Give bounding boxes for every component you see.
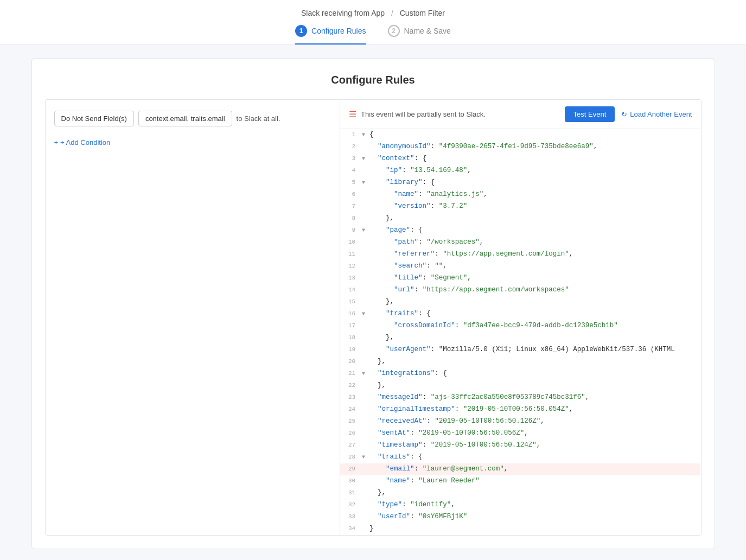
line-content: "url": "https://app.segment.com/workspac…	[369, 284, 694, 295]
add-condition-label: + Add Condition	[60, 138, 110, 147]
right-panel: ☰ This event will be partially sent to S…	[340, 100, 700, 535]
json-line: 19 "userAgent": "Mozilla/5.0 (X11; Linux…	[340, 344, 700, 356]
line-content: "path": "/workspaces",	[369, 237, 694, 247]
condition-value: context.email, traits.email	[138, 111, 232, 126]
partial-send-info: ☰ This event will be partially sent to S…	[349, 109, 486, 119]
content-area: Do Not Send Field(s) context.email, trai…	[45, 99, 702, 536]
line-number: 18	[347, 333, 362, 343]
condition-row: Do Not Send Field(s) context.email, trai…	[54, 111, 331, 126]
json-line: 22 },	[340, 380, 700, 392]
json-line: 1▼{	[340, 129, 700, 141]
left-panel: Do Not Send Field(s) context.email, trai…	[46, 100, 341, 535]
line-content: },	[369, 487, 694, 498]
line-number: 15	[347, 297, 362, 307]
line-content: "originalTimestamp": "2019-05-10T00:56:5…	[369, 404, 694, 415]
step-1[interactable]: 1 Configure Rules	[295, 25, 366, 44]
line-content: "sentAt": "2019-05-10T00:56:50.056Z",	[369, 428, 694, 438]
partial-send-text: This event will be partially sent to Sla…	[361, 110, 486, 118]
line-number: 1	[347, 130, 362, 140]
json-line: 26 "sentAt": "2019-05-10T00:56:50.056Z",	[340, 428, 700, 440]
step-2[interactable]: 2 Name & Save	[388, 25, 451, 44]
top-nav: Slack receiving from App / Custom Filter…	[0, 0, 746, 45]
line-number: 14	[347, 285, 362, 295]
line-content: },	[369, 213, 694, 224]
json-line: 13 "title": "Segment",	[340, 272, 700, 284]
line-toggle[interactable]: ▼	[362, 131, 369, 139]
line-number: 31	[347, 488, 362, 498]
line-toggle[interactable]: ▼	[362, 179, 369, 187]
json-line: 23 "messageId": "ajs-33ffc2ac0a550e8f053…	[340, 392, 700, 404]
json-line: 12 "search": "",	[340, 260, 700, 272]
line-toggle[interactable]: ▼	[362, 226, 369, 235]
line-content: "library": {	[369, 177, 694, 188]
json-line: 11 "referrer": "https://app.segment.com/…	[340, 249, 700, 260]
line-content: "type": "identify",	[369, 499, 694, 510]
line-content: {	[369, 129, 694, 140]
breadcrumb-separator: /	[391, 9, 393, 17]
line-number: 2	[347, 142, 362, 152]
json-line: 20 },	[340, 356, 700, 368]
add-condition-button[interactable]: + + Add Condition	[54, 135, 331, 150]
json-line: 15 },	[340, 296, 700, 308]
json-line: 3▼ "context": {	[340, 153, 700, 165]
line-number: 23	[347, 393, 362, 403]
load-another-button[interactable]: ↻ Load Another Event	[621, 110, 692, 118]
line-number: 32	[347, 500, 362, 510]
line-number: 4	[347, 166, 362, 176]
line-toggle[interactable]: ▼	[362, 370, 369, 378]
json-line: 31 },	[340, 487, 700, 499]
right-panel-header: ☰ This event will be partially sent to S…	[340, 100, 700, 129]
json-line: 32 "type": "identify",	[340, 499, 700, 511]
line-number: 29	[347, 464, 362, 474]
plus-icon: +	[54, 138, 59, 147]
line-number: 25	[347, 417, 362, 427]
line-number: 8	[347, 214, 362, 224]
line-number: 6	[347, 190, 362, 200]
json-line: 6 "name": "analytics.js",	[340, 189, 700, 201]
test-event-button[interactable]: Test Event	[565, 106, 615, 122]
json-line: 18 },	[340, 332, 700, 344]
line-number: 19	[347, 345, 362, 355]
line-number: 21	[347, 369, 362, 379]
line-content: "email": "lauren@segment.com",	[369, 463, 694, 474]
line-toggle[interactable]: ▼	[362, 453, 369, 462]
json-line: 33 "userId": "0sY6MFBj1K"	[340, 511, 700, 523]
json-line: 2 "anonymousId": "4f9390ae-2657-4fe1-9d9…	[340, 141, 700, 153]
line-number: 30	[347, 476, 362, 486]
line-content: },	[369, 332, 694, 343]
condition-suffix: to Slack at all.	[237, 114, 280, 123]
line-content: },	[369, 296, 694, 307]
json-viewer: 1▼{2 "anonymousId": "4f9390ae-2657-4fe1-…	[340, 129, 700, 535]
json-line: 17 "crossDomainId": "df3a47ee-bcc9-479d-…	[340, 320, 700, 332]
json-line: 10 "path": "/workspaces",	[340, 237, 700, 249]
json-line: 4 "ip": "13.54.169.48",	[340, 165, 700, 177]
line-toggle[interactable]: ▼	[362, 310, 369, 319]
line-content: "name": "Lauren Reeder"	[369, 475, 694, 486]
line-toggle[interactable]: ▼	[362, 155, 369, 163]
json-line: 14 "url": "https://app.segment.com/works…	[340, 284, 700, 296]
json-line: 28▼ "traits": {	[340, 451, 700, 463]
line-number: 11	[347, 250, 362, 259]
json-line: 21▼ "integrations": {	[340, 368, 700, 380]
breadcrumb-part1: Slack receiving from App	[301, 9, 385, 17]
line-content: "referrer": "https://app.segment.com/log…	[369, 249, 694, 259]
line-content: "anonymousId": "4f9390ae-2657-4fe1-9d95-…	[369, 141, 694, 152]
line-content: }	[369, 523, 694, 534]
line-content: },	[369, 380, 694, 391]
line-number: 5	[347, 178, 362, 188]
filter-icon: ☰	[349, 109, 356, 119]
do-not-send-button[interactable]: Do Not Send Field(s)	[54, 111, 134, 126]
line-number: 33	[347, 512, 362, 522]
line-number: 28	[347, 453, 362, 462]
line-number: 17	[347, 321, 362, 331]
step-2-label: Name & Save	[404, 27, 451, 35]
line-number: 16	[347, 309, 362, 319]
json-line: 5▼ "library": {	[340, 177, 700, 189]
line-number: 27	[347, 441, 362, 450]
line-content: "traits": {	[369, 451, 694, 462]
json-line: 27 "timestamp": "2019-05-10T00:56:50.124…	[340, 440, 700, 451]
line-content: },	[369, 356, 694, 367]
line-content: "timestamp": "2019-05-10T00:56:50.124Z",	[369, 440, 694, 450]
line-content: "userAgent": "Mozilla/5.0 (X11; Linux x8…	[369, 344, 694, 355]
line-content: "title": "Segment",	[369, 272, 694, 283]
